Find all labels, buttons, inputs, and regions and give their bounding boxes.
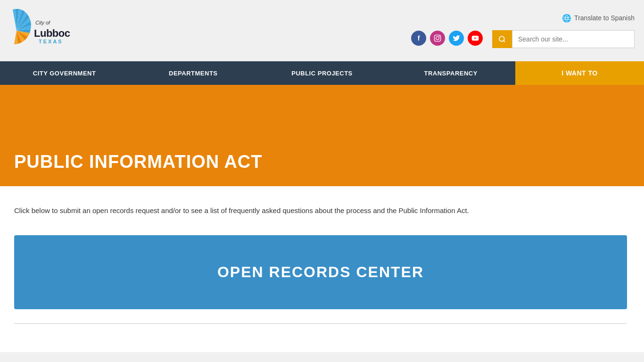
site-header: City of Lubbock TEXAS 🌐 Translate to Spa…: [0, 0, 644, 61]
search-button[interactable]: [492, 30, 512, 48]
open-records-card[interactable]: OPEN RECORDS CENTER: [14, 235, 627, 309]
svg-rect-3: [434, 35, 440, 41]
translate-icon: 🌐: [562, 14, 571, 23]
svg-text:City of: City of: [35, 20, 50, 25]
nav-city-government[interactable]: CITY GOVERNMENT: [0, 61, 129, 85]
site-logo[interactable]: City of Lubbock TEXAS: [9, 5, 71, 57]
hero-banner: PUBLIC INFORMATION ACT: [0, 85, 644, 186]
main-nav: CITY GOVERNMENT DEPARTMENTS PUBLIC PROJE…: [0, 61, 644, 85]
svg-text:Lubbock: Lubbock: [34, 27, 71, 39]
nav-transparency[interactable]: TRANSPARENCY: [387, 61, 515, 85]
svg-line-8: [504, 41, 505, 42]
nav-departments[interactable]: DEPARTMENTS: [129, 61, 257, 85]
facebook-icon[interactable]: f: [411, 31, 426, 46]
nav-i-want-to[interactable]: I WANT TO: [515, 61, 644, 85]
youtube-icon[interactable]: [468, 31, 483, 46]
header-right: 🌐 Translate to Spanish f: [411, 14, 635, 48]
translate-link[interactable]: 🌐 Translate to Spanish: [562, 14, 635, 23]
records-card-title: OPEN RECORDS CENTER: [217, 263, 424, 280]
main-content: Click below to submit an open records re…: [0, 186, 644, 352]
page-title: PUBLIC INFORMATION ACT: [14, 152, 263, 172]
svg-text:TEXAS: TEXAS: [39, 39, 63, 44]
search-bar: [492, 30, 635, 48]
content-divider: [14, 323, 627, 324]
search-icon: [498, 35, 506, 43]
logo-area: City of Lubbock TEXAS: [9, 5, 71, 57]
search-input[interactable]: [512, 30, 635, 48]
twitter-icon[interactable]: [449, 31, 464, 46]
nav-public-projects[interactable]: PUBLIC PROJECTS: [257, 61, 386, 85]
svg-point-7: [499, 36, 504, 41]
svg-point-5: [439, 36, 440, 37]
instagram-icon[interactable]: [430, 31, 445, 46]
social-icons: f: [411, 31, 483, 46]
intro-text: Click below to submit an open records re…: [14, 205, 630, 216]
translate-label: Translate to Spanish: [574, 14, 635, 22]
svg-point-4: [436, 36, 439, 40]
